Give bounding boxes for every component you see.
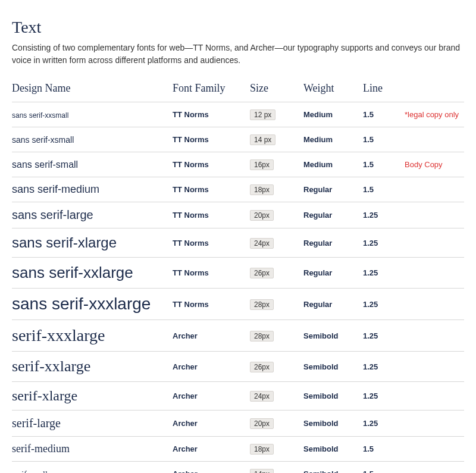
header-name: Design Name — [12, 82, 173, 95]
size-pill: 20px — [250, 210, 274, 221]
size-pill: 28px — [250, 299, 274, 310]
design-name: sans serif-xlarge — [12, 234, 117, 250]
header-family: Font Family — [173, 82, 250, 95]
line-height: 1.5 — [363, 110, 405, 119]
line-height: 1.25 — [363, 331, 405, 340]
table-row: sans serif-smallTT Norms16pxMedium1.5Bod… — [12, 152, 464, 177]
size-pill: 12 px — [250, 109, 275, 120]
size-pill: 26px — [250, 362, 274, 372]
table-row: serif-smallArcher14pxSemibold1.5 — [12, 462, 464, 473]
table-row: sans serif-mediumTT Norms18pxRegular1.5 — [12, 177, 464, 202]
font-weight: Medium — [303, 135, 363, 144]
table-row: serif-xxlargeArcher26pxSemibold1.25 — [12, 352, 464, 382]
table-row: sans serif-xxsmallTT Norms12 pxMedium1.5… — [12, 102, 464, 127]
design-name: serif-medium — [12, 443, 70, 455]
font-weight: Semibold — [303, 362, 363, 371]
table-row: serif-mediumArcher18pxSemibold1.5 — [12, 437, 464, 462]
font-family: Archer — [173, 331, 250, 340]
size-pill: 28px — [250, 331, 274, 342]
design-name: serif-large — [12, 416, 61, 430]
note: Body Copy — [405, 160, 464, 169]
page-title: Text — [12, 18, 464, 37]
size-pill: 14 px — [250, 134, 275, 145]
font-family: Archer — [173, 391, 250, 400]
line-height: 1.5 — [363, 135, 405, 144]
design-name: serif-xxxlarge — [12, 326, 105, 344]
line-height: 1.25 — [363, 391, 405, 400]
design-name: sans serif-xxxlarge — [12, 295, 151, 313]
font-family: Archer — [173, 362, 250, 371]
line-height: 1.25 — [363, 239, 405, 248]
font-weight: Semibold — [303, 331, 363, 340]
line-height: 1.5 — [363, 469, 405, 473]
size-pill: 24px — [250, 238, 274, 249]
font-weight: Semibold — [303, 391, 363, 400]
table-row: sans serif-largeTT Norms20pxRegular1.25 — [12, 202, 464, 228]
design-name: sans serif-small — [12, 159, 78, 170]
font-family: TT Norms — [173, 268, 250, 277]
font-weight: Semibold — [303, 444, 363, 453]
font-family: Archer — [173, 469, 250, 473]
font-family: TT Norms — [173, 211, 250, 220]
font-weight: Semibold — [303, 419, 363, 428]
line-height: 1.5 — [363, 160, 405, 169]
design-name: serif-small — [12, 470, 48, 474]
design-name: sans serif-xsmall — [12, 135, 74, 145]
design-name: serif-xlarge — [12, 388, 77, 403]
line-height: 1.5 — [363, 444, 405, 453]
size-pill: 26px — [250, 268, 274, 278]
table-header-row: Design Name Font Family Size Weight Line — [12, 77, 464, 102]
font-family: TT Norms — [173, 300, 250, 309]
table-row: serif-xxxlargeArcher28pxSemibold1.25 — [12, 320, 464, 352]
table-row: sans serif-xxlargeTT Norms26pxRegular1.2… — [12, 258, 464, 289]
header-weight: Weight — [303, 82, 363, 95]
table-row: serif-xlargeArcher24pxSemibold1.25 — [12, 382, 464, 411]
size-pill: 18px — [250, 444, 274, 455]
line-height: 1.25 — [363, 300, 405, 309]
line-height: 1.25 — [363, 268, 405, 277]
font-family: Archer — [173, 444, 250, 453]
font-family: TT Norms — [173, 160, 250, 169]
font-family: TT Norms — [173, 185, 250, 194]
size-pill: 14px — [250, 469, 274, 473]
intro-text: Consisting of two complementary fonts fo… — [12, 42, 464, 67]
line-height: 1.25 — [363, 419, 405, 428]
font-weight: Semibold — [303, 469, 363, 473]
font-family: TT Norms — [173, 239, 250, 248]
font-weight: Regular — [303, 211, 363, 220]
font-weight: Regular — [303, 268, 363, 277]
note: *legal copy only — [405, 110, 464, 119]
table-row: sans serif-xxxlargeTT Norms28pxRegular1.… — [12, 289, 464, 320]
font-weight: Medium — [303, 110, 363, 119]
design-name: sans serif-xxsmall — [12, 111, 68, 120]
table-row: serif-largeArcher20pxSemibold1.25 — [12, 411, 464, 437]
design-name: sans serif-large — [12, 208, 93, 221]
font-weight: Regular — [303, 300, 363, 309]
font-weight: Regular — [303, 239, 363, 248]
header-size: Size — [250, 82, 303, 95]
design-name: sans serif-xxlarge — [12, 264, 133, 281]
font-weight: Regular — [303, 185, 363, 194]
size-pill: 20px — [250, 418, 274, 429]
table-row: sans serif-xsmallTT Norms14 pxMedium1.5 — [12, 127, 464, 152]
size-pill: 18px — [250, 184, 274, 195]
font-family: TT Norms — [173, 110, 250, 119]
font-family: TT Norms — [173, 135, 250, 144]
table-body: sans serif-xxsmallTT Norms12 pxMedium1.5… — [12, 102, 464, 473]
size-pill: 24px — [250, 391, 274, 402]
line-height: 1.5 — [363, 185, 405, 194]
line-height: 1.25 — [363, 362, 405, 371]
design-name: sans serif-medium — [12, 183, 99, 195]
table-row: sans serif-xlargeTT Norms24pxRegular1.25 — [12, 228, 464, 258]
size-pill: 16px — [250, 159, 274, 170]
font-weight: Medium — [303, 160, 363, 169]
font-family: Archer — [173, 419, 250, 428]
line-height: 1.25 — [363, 211, 405, 220]
design-name: serif-xxlarge — [12, 358, 90, 375]
header-line: Line — [363, 82, 405, 95]
